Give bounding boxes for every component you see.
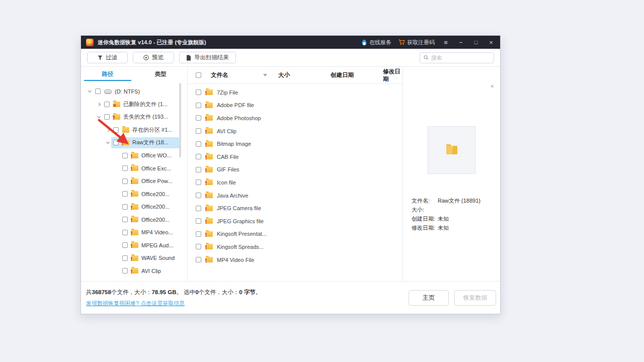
tree-node[interactable]: WAVE Sound [81, 252, 187, 265]
chevron-right-icon[interactable] [95, 103, 102, 106]
tree-node[interactable]: AVI Clip [81, 264, 187, 278]
tree-node[interactable]: Office200... [81, 188, 187, 201]
window-title: 迷你兔数据恢复 v14.0 - 已注册 (专业旗舰版) [98, 39, 206, 46]
file-row[interactable]: Kingsoft Presentat... [188, 228, 403, 241]
tree-node-checkbox[interactable] [122, 165, 128, 171]
get-registration-code-button[interactable]: 获取注册码 [398, 39, 435, 46]
file-row[interactable]: Adobe Photoshop [188, 112, 403, 125]
file-row-label: Icon file [217, 179, 236, 186]
online-service-label: 在线服务 [369, 39, 391, 46]
tree-node[interactable]: Office200... [81, 213, 187, 226]
recover-data-button[interactable]: 恢复数据 [454, 290, 496, 306]
tree-node-checkbox[interactable] [122, 255, 128, 261]
online-service-button[interactable]: 在线服务 [361, 39, 391, 46]
file-row-checkbox[interactable] [196, 141, 201, 147]
file-row-checkbox[interactable] [196, 218, 201, 224]
file-row[interactable]: Bitmap Image [188, 137, 403, 150]
detail-value: Raw文件 (18891) [438, 198, 480, 204]
file-list-panel: 文件名 大小 创建日期 修改日期 7Zip FileAdobe PDF file… [188, 67, 403, 281]
tree-node-checkbox[interactable] [122, 217, 128, 222]
chevron-right-icon[interactable] [104, 129, 111, 131]
home-button[interactable]: 主页 [409, 290, 449, 306]
column-header-modified[interactable]: 修改日期 [383, 68, 403, 83]
tree-node-label: 存在的分区 #1... [132, 126, 172, 134]
tree-node[interactable]: Office Pow... [81, 175, 187, 188]
preview-button[interactable]: 预览 [133, 52, 174, 63]
file-row-checkbox[interactable] [196, 193, 201, 198]
tree-node[interactable]: 丢失的文件 (193... [81, 111, 187, 124]
file-row[interactable]: JPEG Graphics file [188, 215, 403, 228]
tree-node[interactable]: MPEG Aud... [81, 239, 187, 252]
tree-node[interactable]: 已删除的文件 (1... [81, 98, 187, 111]
detail-row: 大小: [412, 207, 497, 213]
file-row[interactable]: GIF Files [188, 163, 403, 176]
tree-node-checkbox[interactable] [122, 268, 128, 274]
select-all-checkbox[interactable] [196, 72, 201, 78]
tree-node-checkbox[interactable] [95, 88, 101, 94]
file-row-checkbox[interactable] [196, 89, 201, 95]
chevron-down-icon[interactable] [104, 142, 111, 143]
minimize-button[interactable]: − [457, 39, 465, 46]
search-input[interactable] [431, 55, 490, 61]
file-row[interactable]: AVI Clip [188, 125, 403, 138]
column-header-size[interactable]: 大小 [278, 71, 331, 79]
tree-node-checkbox[interactable] [122, 191, 128, 197]
file-row-checkbox[interactable] [196, 167, 201, 172]
tab-type[interactable]: 类型 [134, 67, 188, 81]
preview-label: 预览 [152, 54, 164, 61]
filter-button[interactable]: 过滤 [87, 52, 128, 63]
tree-node-checkbox[interactable] [104, 102, 110, 107]
column-header-created[interactable]: 创建日期 [331, 71, 383, 79]
menu-button[interactable]: ≡ [442, 39, 450, 46]
tree-node-checkbox[interactable] [104, 114, 110, 120]
tree-node-checkbox[interactable] [122, 153, 128, 158]
close-button[interactable]: × [487, 39, 495, 46]
preview-close-icon[interactable]: × [490, 83, 494, 89]
tree-node[interactable]: (D: NTFS) [81, 85, 187, 98]
file-row[interactable]: Java Archive [188, 189, 403, 202]
file-row-checkbox[interactable] [196, 179, 201, 185]
tree-node-checkbox[interactable] [122, 204, 128, 210]
tree-node[interactable]: Office WO... [81, 149, 187, 162]
tree-node-checkbox[interactable] [113, 127, 119, 133]
file-row[interactable]: MP4 Video File [188, 253, 403, 266]
file-row-checkbox[interactable] [196, 206, 201, 211]
tree-node[interactable]: Office200... [81, 201, 187, 214]
file-row[interactable]: Adobe PDF file [188, 99, 403, 112]
file-row-label: Kingsoft Spreads... [217, 244, 264, 250]
file-row[interactable]: JPEG Camera file [188, 202, 403, 215]
tree-node-checkbox[interactable] [122, 230, 128, 235]
file-row-checkbox[interactable] [196, 231, 201, 237]
help-link[interactable]: 发现数据恢复很困难? 点击这里获取信息 [86, 300, 185, 307]
tree-node-label: Raw文件 (18... [132, 139, 169, 146]
tree-node[interactable]: 存在的分区 #1... [81, 124, 187, 137]
tree-scrollbar-thumb[interactable] [179, 83, 181, 157]
tree-node-label: MPEG Aud... [141, 242, 174, 248]
file-row-checkbox[interactable] [196, 244, 201, 249]
file-row[interactable]: 7Zip File [188, 86, 403, 99]
tree-node-label: Office200... [141, 204, 170, 210]
tree-node[interactable]: Raw文件 (18... [81, 136, 187, 149]
tree-node-checkbox[interactable] [122, 242, 128, 248]
file-row-checkbox[interactable] [196, 257, 201, 262]
export-scan-results-button[interactable]: 导出扫描结果 [179, 52, 236, 63]
file-row[interactable]: Kingsoft Spreads... [188, 240, 403, 253]
tab-path[interactable]: 路径 [81, 67, 134, 81]
file-row[interactable]: CAB File [188, 150, 403, 163]
chevron-down-icon[interactable] [86, 90, 93, 92]
eye-icon [143, 55, 149, 60]
file-row-checkbox[interactable] [196, 154, 201, 159]
chevron-down-icon[interactable] [95, 116, 102, 118]
tree-node[interactable]: MP4 Video... [81, 226, 187, 239]
maximize-button[interactable]: □ [472, 40, 480, 45]
file-row-checkbox[interactable] [196, 128, 201, 134]
tree-node-checkbox[interactable] [122, 178, 128, 184]
tree-node-checkbox[interactable] [113, 140, 119, 145]
summary-segment: 0 字节 [239, 289, 256, 295]
file-row[interactable]: Icon file [188, 176, 403, 189]
tree-node[interactable]: Office Exc... [81, 162, 187, 175]
file-row-checkbox[interactable] [196, 103, 201, 108]
file-row-checkbox[interactable] [196, 115, 201, 121]
column-header-filename[interactable]: 文件名 [211, 71, 278, 79]
qq-penguin-icon [361, 39, 367, 46]
